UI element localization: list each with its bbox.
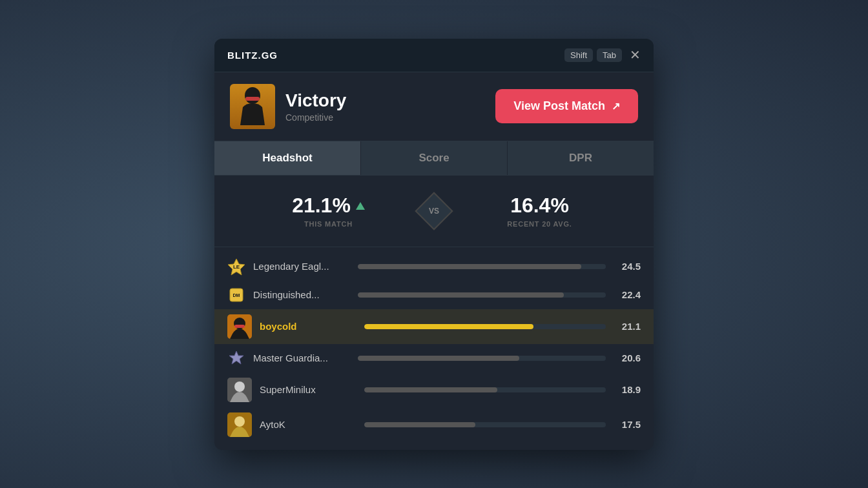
player-bar-fill	[364, 324, 533, 329]
vs-diamond: VS	[417, 194, 451, 229]
svg-text:LE: LE	[233, 264, 240, 270]
player-bar-container	[364, 422, 606, 427]
comparison-section: 21.1% THIS MATCH VS 16.4% RECENT 20 AVG.	[214, 176, 654, 247]
player-avatar	[227, 378, 252, 402]
rank-icon: DM	[227, 286, 245, 304]
player-bar-fill	[364, 422, 475, 427]
player-bar-container	[358, 356, 606, 361]
victory-info: Victory Competitive	[285, 90, 485, 123]
player-bar-container	[364, 324, 606, 329]
svg-text:DM: DM	[233, 293, 240, 298]
player-row[interactable]: AytoK 17.5	[214, 407, 654, 442]
recent-avg-number: 16.4%	[510, 194, 569, 218]
player-name: Legendary Eagl...	[253, 261, 350, 272]
rank-icon: LE	[227, 258, 245, 276]
svg-rect-1	[245, 97, 260, 101]
trend-up-icon	[356, 202, 365, 210]
recent-avg-label: RECENT 20 AVG.	[451, 220, 628, 228]
svg-rect-8	[234, 325, 245, 328]
recent-avg-block: 16.4% RECENT 20 AVG.	[451, 194, 628, 228]
svg-point-13	[234, 416, 245, 427]
player-bar-container	[364, 387, 606, 392]
victory-row: Victory Competitive View Post Match ↗	[214, 72, 654, 141]
victory-title: Victory	[285, 90, 485, 111]
player-score: 22.4	[614, 289, 641, 300]
player-list: LE Legendary Eagl... 24.5 DM Distinguish…	[214, 247, 654, 450]
key-shift: Shift	[564, 48, 593, 62]
player-name: SuperMinilux	[260, 384, 356, 395]
tabs-row: Headshot Score DPR	[214, 141, 654, 176]
this-match-value: 21.1%	[240, 194, 417, 218]
player-score: 21.1	[614, 321, 641, 332]
external-link-icon: ↗	[612, 100, 620, 112]
this-match-block: 21.1% THIS MATCH	[240, 194, 417, 228]
player-bar-container	[358, 264, 606, 269]
avatar	[230, 84, 275, 129]
player-row[interactable]: boycold 21.1	[214, 309, 654, 344]
player-name: boycold	[260, 321, 356, 332]
player-bar-container	[358, 292, 606, 298]
this-match-number: 21.1%	[292, 194, 351, 218]
vs-label: VS	[429, 207, 439, 216]
player-name: Distinguished...	[253, 289, 350, 300]
player-row[interactable]: DM Distinguished... 22.4	[214, 281, 654, 309]
view-post-match-button[interactable]: View Post Match ↗	[495, 89, 638, 123]
player-score: 18.9	[614, 384, 641, 395]
header-keys: Shift Tab ✕	[564, 48, 641, 62]
victory-subtitle: Competitive	[285, 112, 485, 123]
key-tab: Tab	[597, 48, 622, 62]
player-bar-fill	[364, 387, 497, 392]
logo: BLITZ.GG	[227, 50, 278, 61]
player-name: Master Guardia...	[253, 352, 350, 363]
player-avatar	[227, 314, 252, 339]
svg-marker-9	[229, 351, 243, 364]
player-row[interactable]: SuperMinilux 18.9	[214, 372, 654, 407]
view-post-match-label: View Post Match	[513, 99, 605, 113]
this-match-label: THIS MATCH	[240, 220, 417, 228]
player-bar-fill	[358, 264, 581, 269]
svg-point-11	[234, 381, 245, 392]
avatar-silhouette	[236, 86, 269, 127]
player-avatar	[227, 412, 252, 437]
avatar-figure	[230, 84, 275, 129]
player-name: AytoK	[260, 419, 356, 430]
player-score: 24.5	[614, 261, 641, 272]
player-row[interactable]: LE Legendary Eagl... 24.5	[214, 252, 654, 281]
tab-score[interactable]: Score	[361, 141, 508, 175]
svg-point-0	[245, 87, 260, 104]
tab-headshot[interactable]: Headshot	[214, 141, 361, 175]
tab-dpr[interactable]: DPR	[508, 141, 654, 175]
header-bar: BLITZ.GG Shift Tab ✕	[214, 39, 654, 72]
player-bar-fill	[358, 356, 519, 361]
recent-avg-value: 16.4%	[451, 194, 628, 218]
player-bar-fill	[358, 292, 564, 298]
player-score: 20.6	[614, 352, 641, 363]
main-panel: BLITZ.GG Shift Tab ✕ Victory	[214, 39, 654, 450]
player-score: 17.5	[614, 419, 641, 430]
player-row[interactable]: Master Guardia... 20.6	[214, 344, 654, 372]
close-button[interactable]: ✕	[630, 48, 641, 61]
rank-icon	[227, 349, 245, 367]
